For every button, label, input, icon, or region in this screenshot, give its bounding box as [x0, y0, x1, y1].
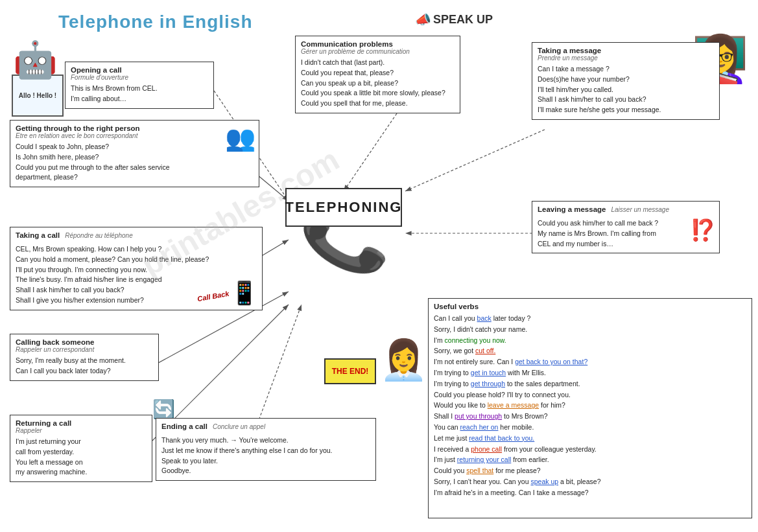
gt-line1: Could I speak to John, please?: [16, 143, 109, 150]
recycle-arrows: 🔄: [152, 399, 175, 420]
calling-back-title: Calling back someone: [16, 338, 153, 346]
opening-title: Opening a call: [71, 66, 208, 74]
leaving-msg-title: Leaving a message: [538, 205, 606, 213]
calling-back-content: Sorry, I'm really busy at the moment. Ca…: [16, 356, 153, 376]
comm-line2: Could you repeat that, please?: [301, 69, 394, 76]
leaving-content: Could you ask him/her to call me back ? …: [538, 218, 714, 249]
ending-title: Ending a call: [161, 422, 207, 430]
taking-call-subtitle: Répondre au téléphone: [65, 232, 133, 239]
leaving-message-box: Leaving a message Laisser un message ⁉️ …: [532, 201, 720, 253]
tc-line5: Shall I ask him/her to call you back?: [16, 286, 124, 294]
opening-line1: This is Mrs Brown from CEL.: [71, 84, 158, 92]
useful-verbs-box: Useful verbs Can I call you back later t…: [428, 298, 752, 518]
callgirl-figure: 📱: [230, 280, 259, 306]
communication-box: Communication problems Gérer un problème…: [295, 36, 460, 113]
opening-content: This is Mrs Brown from CEL. I'm calling …: [71, 84, 208, 104]
getting-title: Getting through to the right person: [16, 124, 254, 132]
taking-message-box: Taking a message Prendre un message Can …: [532, 42, 720, 120]
tm-line5: I'll make sure he/she gets your message.: [538, 106, 661, 113]
lm-line1: Could you ask him/her to call me back ?: [538, 219, 658, 227]
tm-line2: Does(s)he have your number?: [538, 75, 630, 83]
ec-line1: Thank you very much. → You're welcome.: [161, 436, 289, 444]
rc-line4: my answering machine.: [16, 468, 87, 476]
comm-content: I didn't catch that (last part). Could y…: [301, 58, 455, 109]
ending-content: Thank you very much. → You're welcome. J…: [161, 435, 370, 476]
svg-line-3: [344, 113, 397, 191]
calling-back-subtitle: Rappeler un correspondant: [16, 346, 153, 353]
ec-line4: Goodbye.: [161, 467, 191, 474]
speakup-text: SPEAK UP: [433, 13, 493, 27]
cb-line2: Can I call you back later today?: [16, 367, 111, 375]
main-title: Telephone in English: [58, 12, 253, 32]
ending-subtitle: Conclure un appel: [213, 423, 265, 430]
lm-line2: My name is Mrs Brown. I'm calling from: [538, 229, 656, 237]
tm-line4: Shall I ask him/her to call you back?: [538, 95, 646, 103]
the-end-sign: THE END!: [324, 358, 376, 384]
ec-line2: Just let me know if there's anything els…: [161, 446, 332, 454]
comm-title: Communication problems: [301, 40, 455, 48]
getting-content: Could I speak to John, please? Is John s…: [16, 142, 254, 183]
ending-call-box: Ending a call Conclure un appel Thank yo…: [156, 418, 376, 481]
calling-back-box: Calling back someone Rappeler un corresp…: [10, 334, 159, 381]
comm-line3: Can you speak up a bit, please?: [301, 79, 398, 87]
getting-through-box: Getting through to the right person Etre…: [10, 120, 259, 187]
returning-content: I'm just returning your call from yester…: [16, 437, 147, 478]
taking-call-box: Taking a call Répondre au téléphone CEL,…: [10, 227, 263, 310]
comm-subtitle: Gérer un problème de communication: [301, 48, 455, 55]
ec-line3: Speak to you later.: [161, 457, 218, 465]
tc-line4: The line's busy. I'm afraid his/her line…: [16, 275, 162, 283]
gt-line3: Could you put me through to the after sa…: [16, 163, 170, 171]
tm-line3: I'll tell him/her you called.: [538, 86, 613, 93]
opening-line2: I'm calling about…: [71, 95, 126, 102]
useful-verbs-content: Can I call you back later today ? Sorry,…: [434, 313, 746, 498]
rc-line3: You left a message on: [16, 458, 83, 466]
tc-line1: CEL, Mrs Brown speaking. How can I help …: [16, 245, 161, 253]
returning-call-box: Returning a call Rappeler I'm just retur…: [10, 415, 152, 482]
taking-msg-content: Can I take a message ? Does(s)he have yo…: [538, 64, 714, 115]
tc-line3: I'll put you through. I'm connecting you…: [16, 266, 147, 273]
the-end-text: THE END!: [332, 367, 369, 376]
taking-msg-subtitle: Prendre un message: [538, 54, 714, 62]
gt-line2: Is John smith here, please?: [16, 153, 99, 161]
getting-subtitle: Etre en relation avec le bon corresponda…: [16, 132, 254, 139]
comm-line5: Could you spell that for me, please.: [301, 99, 408, 107]
worker-figure: 👩‍💼: [379, 337, 428, 383]
rc-line1: I'm just returning your: [16, 437, 81, 445]
lm-line3: CEL and my number is…: [538, 240, 613, 248]
comm-line1: I didn't catch that (last part).: [301, 58, 385, 66]
returning-subtitle: Rappeler: [16, 427, 147, 434]
leaving-msg-subtitle: Laisser un message: [611, 206, 669, 213]
tc-line6: Shall I give you his/her extension numbe…: [16, 296, 144, 304]
title-text: Telephone in English: [58, 12, 253, 32]
returning-title: Returning a call: [16, 419, 147, 427]
opening-a-call-box: Opening a call Formule d'ouverture This …: [65, 62, 214, 109]
rc-line2: call from yesterday.: [16, 448, 74, 456]
exclamation-icon: ⁉️: [690, 218, 716, 242]
speak-up-badge: 📣 SPEAK UP: [415, 12, 493, 27]
telephoning-label: TELEPHONING: [285, 188, 402, 227]
gt-line4: department, please?: [16, 173, 78, 181]
cb-line1: Sorry, I'm really busy at the moment.: [16, 356, 126, 364]
getting-figure: 👥: [225, 124, 255, 152]
taking-msg-title: Taking a message: [538, 47, 714, 54]
allo-label: Allo ! Hello !: [19, 92, 56, 99]
comm-line4: Could you speak a little bit more slowly…: [301, 89, 445, 97]
tc-line2: Can you hold a moment, please? Can you h…: [16, 255, 209, 263]
taking-call-title: Taking a call: [16, 231, 60, 239]
svg-line-4: [405, 130, 545, 191]
center-text: TELEPHONING: [285, 199, 403, 216]
tm-line1: Can I take a message ?: [538, 65, 610, 73]
useful-verbs-title: Useful verbs: [434, 303, 746, 310]
opening-subtitle: Formule d'ouverture: [71, 74, 208, 81]
robot-figure: 🤖: [13, 39, 58, 81]
